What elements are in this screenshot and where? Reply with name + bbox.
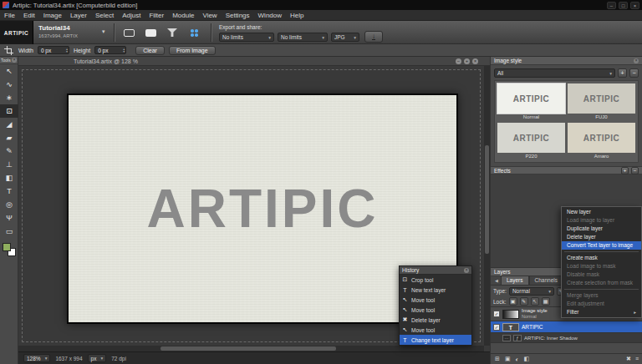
style-filter-select[interactable]: All ▾ bbox=[494, 68, 615, 78]
style-preset-amaro[interactable]: ARTIPIC Amaro bbox=[568, 123, 635, 159]
text-tool[interactable]: T bbox=[0, 185, 18, 198]
menu-window[interactable]: Window bbox=[254, 10, 286, 20]
history-header[interactable]: History × bbox=[400, 266, 471, 275]
export-limit-select-1[interactable]: No limits ▾ bbox=[219, 33, 274, 42]
menu-adjust[interactable]: Adjust bbox=[118, 10, 145, 20]
clone-stamp-tool[interactable]: ⊥ bbox=[0, 158, 18, 171]
menu-help[interactable]: Help bbox=[286, 10, 308, 20]
horizontal-scrollbar[interactable] bbox=[18, 346, 484, 351]
menu-new-layer[interactable]: New layer bbox=[562, 208, 641, 216]
menu-module[interactable]: Module bbox=[168, 10, 198, 20]
fill-tool[interactable]: ◧ bbox=[0, 171, 18, 185]
history-item[interactable]: ↖ Move tool bbox=[400, 305, 471, 315]
fill-preset-button[interactable] bbox=[140, 25, 160, 40]
mask-icon[interactable]: ◧ bbox=[524, 356, 530, 362]
spin-down-icon[interactable]: ▾ bbox=[123, 50, 125, 53]
lock-paint-icon[interactable]: ✎ bbox=[520, 297, 528, 306]
menu-delete-layer[interactable]: Delete layer bbox=[562, 233, 641, 241]
history-item[interactable]: T New text layer bbox=[400, 285, 471, 295]
delete-layer-icon[interactable]: ✖ bbox=[626, 356, 631, 362]
adjustment-icon[interactable]: ◐ bbox=[516, 356, 519, 362]
layer-row-artipic[interactable]: ✓ T ARTIPIC bbox=[491, 321, 642, 333]
horizontal-scrollbar-thumb[interactable] bbox=[160, 346, 336, 351]
eyedropper-tool[interactable]: ◢ bbox=[0, 118, 18, 131]
blend-mode-select[interactable]: Normal ▾ bbox=[509, 287, 554, 296]
from-image-button[interactable]: From Image bbox=[169, 46, 216, 55]
menu-layer[interactable]: Layer bbox=[66, 10, 91, 20]
export-limit-select-2[interactable]: No limits ▾ bbox=[278, 33, 328, 42]
layer-effect-row[interactable]: ⋯ ƒ ARTIPIC: Inner Shadow bbox=[491, 333, 642, 343]
close-icon[interactable]: × bbox=[12, 58, 17, 63]
minimize-document-button[interactable]: – bbox=[456, 58, 461, 64]
menu-view[interactable]: View bbox=[198, 10, 221, 20]
remove-effect-button[interactable]: − bbox=[631, 167, 639, 174]
menu-filter[interactable]: Filter ▸ bbox=[562, 308, 641, 316]
eraser-tool[interactable]: ▰ bbox=[0, 131, 18, 144]
funnel-button[interactable] bbox=[162, 25, 182, 40]
add-style-button[interactable]: + bbox=[618, 68, 627, 78]
history-item-selected[interactable]: T Change text layer bbox=[400, 335, 471, 345]
menu-edit[interactable]: Edit bbox=[19, 10, 39, 20]
history-item[interactable]: ⊡ Crop tool bbox=[400, 275, 471, 285]
clear-button[interactable]: Clear bbox=[135, 46, 165, 55]
magic-wand-tool[interactable]: ∗ bbox=[0, 91, 18, 104]
style-preset-fuj0[interactable]: ARTIPIC FUJ0 bbox=[568, 83, 635, 120]
spin-down-icon[interactable]: ▾ bbox=[66, 50, 68, 53]
history-item[interactable]: ↖ Move tool bbox=[400, 295, 471, 305]
height-stepper[interactable]: ▴▾ bbox=[123, 48, 125, 53]
menu-file[interactable]: File bbox=[0, 10, 19, 20]
close-document-button[interactable]: × bbox=[472, 58, 478, 64]
brush-tool[interactable]: ✎ bbox=[0, 144, 18, 158]
crop-tool[interactable]: ⊡ bbox=[0, 104, 18, 118]
document-switcher-chevron-icon[interactable]: ▾ bbox=[102, 28, 105, 35]
module-button[interactable] bbox=[184, 25, 204, 40]
color-swatches[interactable] bbox=[3, 243, 16, 256]
menu-duplicate-layer[interactable]: Duplicate layer bbox=[562, 225, 641, 233]
new-layer-icon[interactable]: ⊞ bbox=[495, 356, 500, 362]
document-tab-title[interactable]: Tutorial34.artix @ 128 % bbox=[74, 58, 138, 64]
shape-tool[interactable]: ▭ bbox=[0, 225, 18, 238]
tabs-scroll-left-icon[interactable]: ◀ bbox=[492, 276, 501, 285]
export-format-select[interactable]: JPG ▾ bbox=[331, 33, 359, 42]
vertical-scrollbar[interactable] bbox=[484, 66, 490, 346]
close-window-button[interactable]: × bbox=[630, 2, 639, 9]
minimize-window-button[interactable]: – bbox=[607, 2, 616, 9]
move-tool[interactable]: ↖ bbox=[0, 64, 18, 78]
lock-all-icon[interactable]: ▣ bbox=[509, 297, 517, 306]
tab-layers[interactable]: Layers bbox=[501, 276, 529, 285]
new-group-icon[interactable]: ▣ bbox=[505, 356, 511, 362]
menu-create-mask[interactable]: Create mask bbox=[562, 254, 641, 262]
add-effect-button[interactable]: + bbox=[621, 167, 629, 174]
close-icon[interactable]: × bbox=[464, 268, 469, 273]
height-input[interactable]: 0 px ▴▾ bbox=[94, 46, 126, 54]
width-input[interactable]: 0 px ▴▾ bbox=[38, 46, 69, 54]
menu-select[interactable]: Select bbox=[91, 10, 118, 20]
style-preset-p220[interactable]: ARTIPIC P220 bbox=[497, 123, 565, 159]
visibility-checkbox[interactable]: ✓ bbox=[493, 324, 500, 331]
zoom-select[interactable]: 128% ▾ bbox=[23, 354, 50, 362]
history-item[interactable]: ✖ Delete layer bbox=[400, 315, 471, 325]
width-stepper[interactable]: ▴▾ bbox=[66, 48, 69, 53]
zoom-tool[interactable]: ◎ bbox=[0, 198, 18, 211]
export-button[interactable]: ↓ bbox=[364, 31, 383, 43]
unit-select[interactable]: px ▾ bbox=[88, 354, 107, 362]
maximize-document-button[interactable]: + bbox=[464, 58, 470, 64]
hand-tool[interactable]: Ψ bbox=[0, 211, 18, 225]
style-preset-normal[interactable]: ARTIPIC Normal bbox=[497, 83, 565, 120]
history-item[interactable]: ↖ Move tool bbox=[400, 325, 471, 335]
tab-channels[interactable]: Channels bbox=[529, 276, 563, 285]
vertical-scrollbar-thumb[interactable] bbox=[485, 145, 489, 254]
lock-transparency-icon[interactable]: ▦ bbox=[542, 297, 550, 306]
foreground-color-swatch[interactable] bbox=[3, 243, 11, 251]
selection-preset-button[interactable] bbox=[119, 25, 139, 40]
menu-filter[interactable]: Filter bbox=[145, 10, 168, 20]
lock-position-icon[interactable]: ↖ bbox=[531, 297, 539, 306]
maximize-window-button[interactable]: □ bbox=[619, 2, 628, 9]
menu-settings[interactable]: Settings bbox=[222, 10, 254, 20]
close-icon[interactable]: × bbox=[634, 58, 639, 63]
lasso-tool[interactable]: ∿ bbox=[0, 78, 18, 91]
menu-image[interactable]: Image bbox=[39, 10, 66, 20]
visibility-checkbox[interactable]: ✓ bbox=[493, 311, 500, 317]
panel-menu-icon[interactable]: ≡ bbox=[635, 356, 639, 362]
menu-convert-text-layer[interactable]: Convert Text layer to image bbox=[562, 241, 641, 250]
